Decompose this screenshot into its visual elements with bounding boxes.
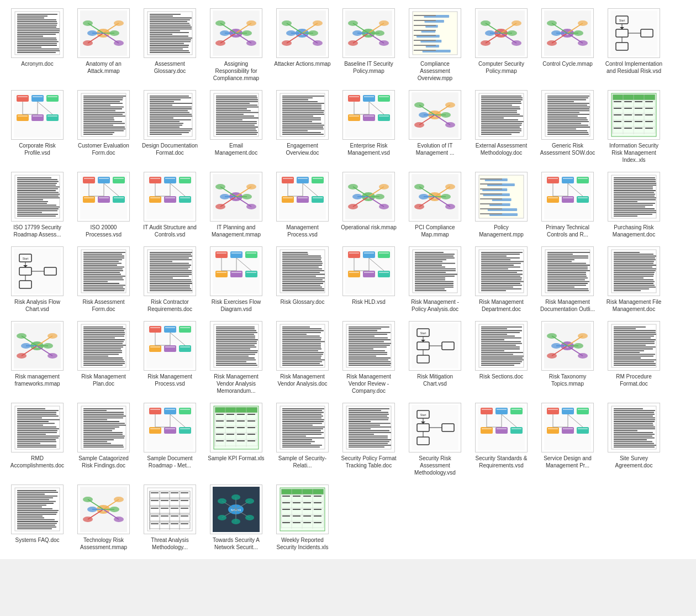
file-item[interactable]: Compliance Assessment Overview.mpp <box>403 6 467 85</box>
svg-rect-746 <box>614 263 653 264</box>
file-item[interactable]: Risk Management Process.vsd <box>138 318 202 397</box>
file-item[interactable]: Risk Contractor Requirements.doc <box>138 244 202 315</box>
file-item[interactable]: Information Security Risk Management Ind… <box>602 87 666 166</box>
file-item[interactable]: Generic Risk Assessment SOW.doc <box>536 87 599 166</box>
file-item[interactable]: Security Standards & Requirements.vsd <box>470 400 533 479</box>
svg-rect-845 <box>282 334 307 335</box>
file-item[interactable]: Sample of Security-Relati... <box>271 400 334 479</box>
file-thumbnail <box>144 90 196 140</box>
file-item[interactable]: Risk Management File Management.doc <box>602 244 666 315</box>
svg-rect-233 <box>216 107 259 108</box>
file-thumbnail <box>11 403 64 452</box>
svg-rect-248 <box>216 134 257 135</box>
file-item[interactable]: Risk Management Vendor Analysis.doc <box>271 318 334 397</box>
file-item[interactable]: Topic Evolution of IT Management ... <box>403 87 467 166</box>
file-item[interactable]: Topic IT Planning and Management.mmap <box>204 169 268 241</box>
file-item[interactable]: Topic PCI Compliance Map.mmap <box>403 169 467 241</box>
file-item[interactable]: Network Towards Security A Network Secu <box>204 482 268 554</box>
file-item[interactable]: Risk Management Plan.doc <box>72 318 135 397</box>
file-item[interactable]: Service Design and Management Pr... <box>536 400 599 479</box>
file-item[interactable]: Topic Computer Security Policy.mmap <box>470 6 533 85</box>
file-item[interactable]: Purchasing Risk Management.doc <box>602 169 666 241</box>
svg-rect-606 <box>150 280 191 281</box>
svg-point-71 <box>246 40 256 46</box>
file-item[interactable]: Start Control Implementation and Residua… <box>602 6 666 85</box>
svg-rect-692 <box>415 290 446 291</box>
svg-rect-829 <box>216 346 256 348</box>
file-item[interactable]: Topic Attacker Actions.mmap <box>271 6 334 85</box>
svg-rect-999 <box>83 441 107 442</box>
file-item[interactable]: Topic Risk management frameworks.mmap <box>6 318 69 397</box>
file-item[interactable]: Topic Assigning Responsibility for Comp <box>204 6 268 85</box>
file-item[interactable]: Topic Operational risk.mmap <box>337 169 400 241</box>
file-item[interactable]: Corporate Risk Profile.vsd <box>6 87 69 166</box>
file-item[interactable]: Risk Sections.doc <box>470 318 533 397</box>
file-item[interactable]: Sample Document Roadmap - Met... <box>138 400 202 479</box>
file-item[interactable]: IT Audit Structure and Controls.vsd <box>138 169 202 241</box>
svg-point-35 <box>87 30 97 36</box>
file-item[interactable]: Design Documentation Format.doc <box>138 87 202 166</box>
file-item[interactable]: Email Management.doc <box>204 87 268 166</box>
file-item[interactable]: Enterprise Risk Management.vsd <box>337 87 400 166</box>
svg-rect-605 <box>150 277 173 278</box>
svg-rect-394 <box>17 199 43 201</box>
file-item[interactable]: Topic Baseline IT Security Policy.mmap <box>337 6 400 85</box>
file-item[interactable]: Topic Anatomy of an Attack.mmap <box>72 6 135 85</box>
file-item[interactable]: Risk Management - Policy Analysis.doc <box>403 244 467 315</box>
file-item[interactable]: Risk Exercises Flow Diagram.vsd <box>204 244 268 315</box>
file-item[interactable]: Management Process.vsd <box>271 169 334 241</box>
svg-rect-906 <box>481 343 522 344</box>
svg-rect-747 <box>614 265 656 266</box>
svg-rect-976 <box>17 441 56 442</box>
file-item[interactable]: ISO 17799 Security Roadmap Assess... <box>6 169 69 241</box>
svg-point-1238 <box>245 498 254 504</box>
file-item[interactable]: Acronym.doc <box>6 6 69 85</box>
svg-rect-827 <box>216 343 257 344</box>
svg-rect-1136 <box>578 428 588 429</box>
file-item[interactable]: RM Procedure Format.doc <box>602 318 666 397</box>
file-item[interactable]: ISO 20000 Processes.vsd <box>72 169 135 241</box>
file-item[interactable]: Security Policy Format Tracking Table.do… <box>337 400 400 479</box>
svg-point-1191 <box>83 497 93 502</box>
file-item[interactable]: Start Risk Mitigation Chart.vsd <box>403 318 467 397</box>
file-item[interactable]: Sample KPI Format.xls <box>204 400 268 479</box>
file-item[interactable]: Risk Assessment Form.doc <box>72 244 135 315</box>
svg-rect-862 <box>282 365 323 366</box>
svg-rect-370 <box>624 114 632 115</box>
file-item[interactable]: RMD Accomplishments.doc <box>6 400 69 479</box>
file-item[interactable]: Start Risk Analysis Flow Chart.vsd <box>6 244 69 315</box>
file-item[interactable]: Systems FAQ.doc <box>6 482 69 554</box>
file-item[interactable]: Primary Technical Controls and R... <box>536 169 599 241</box>
file-item[interactable]: Weekly Reported Security Incidents.xls <box>271 482 334 554</box>
file-item[interactable]: Customer Evaluation Form.doc <box>72 87 135 166</box>
file-item[interactable]: Start Security Risk Assessment Methodolo… <box>403 400 467 479</box>
file-item[interactable]: Risk Glossary.doc <box>271 244 334 315</box>
svg-rect-217 <box>150 119 191 120</box>
file-item[interactable]: External Assessment Methodology.doc <box>470 87 533 166</box>
svg-rect-1114 <box>481 427 493 434</box>
file-item[interactable]: Threat Analysis Methodology... <box>138 482 202 554</box>
file-item[interactable]: Engagement Overview.doc <box>271 87 334 166</box>
file-item[interactable]: Topic Technology Risk Assessment.mmap <box>72 482 135 554</box>
file-item[interactable]: Risk Management Vendor Analysis Memorand… <box>204 318 268 397</box>
svg-rect-904 <box>481 339 504 340</box>
file-item[interactable]: Assessment Glossary.doc <box>138 6 202 85</box>
file-item[interactable]: Sample Catagorized Risk Findings.doc <box>72 400 135 479</box>
svg-rect-575 <box>83 265 117 266</box>
svg-rect-1049 <box>237 440 245 441</box>
svg-rect-585 <box>83 283 119 284</box>
svg-rect-1263 <box>293 502 300 503</box>
file-item[interactable]: Site Survey Agreement.doc <box>602 400 666 479</box>
file-item[interactable]: Risk Management Vendor Review - Company.… <box>337 318 400 397</box>
file-item[interactable]: Policy Management.mpp <box>470 169 533 241</box>
file-item[interactable]: Risk HLD.vsd <box>337 244 400 315</box>
file-item[interactable]: Topic Risk Taxonomy Topics.mmap <box>536 318 599 397</box>
svg-rect-1071 <box>282 443 311 444</box>
file-item[interactable]: Risk Management Documentation Outli... <box>536 244 599 315</box>
svg-rect-825 <box>216 339 258 340</box>
file-item[interactable]: Topic Control Cycle.mmap <box>536 6 599 85</box>
svg-rect-711 <box>481 283 520 284</box>
svg-rect-60 <box>150 52 190 53</box>
file-item[interactable]: Risk Management Department.doc <box>470 244 533 315</box>
svg-rect-174 <box>46 114 59 121</box>
